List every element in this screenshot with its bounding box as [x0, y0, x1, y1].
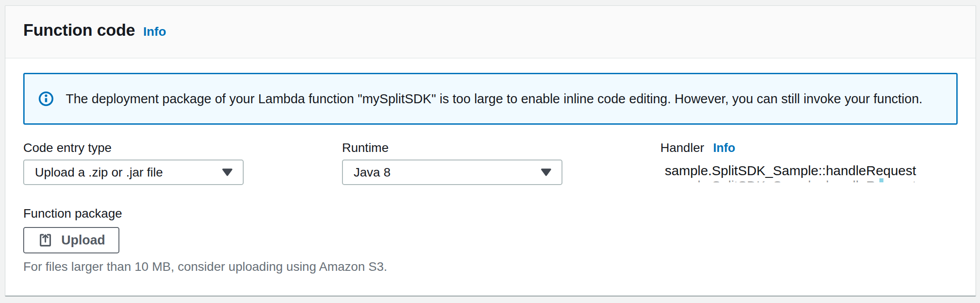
- info-alert: The deployment package of your Lambda fu…: [23, 73, 958, 125]
- caret-down-icon: [541, 168, 552, 177]
- upload-helper-text: For files larger than 10 MB, consider up…: [23, 260, 958, 274]
- caret-down-icon: [222, 168, 233, 177]
- runtime-label: Runtime: [342, 139, 660, 157]
- handler-value-clipped-ghost: sample.SplitSDK_Sample::handleRequest: [660, 178, 929, 182]
- alert-message: The deployment package of your Lambda fu…: [66, 92, 922, 106]
- handler-label: Handler: [660, 139, 704, 157]
- code-entry-type-select[interactable]: Upload a .zip or .jar file: [23, 160, 244, 185]
- runtime-field: Runtime Java 8: [342, 139, 660, 185]
- code-entry-type-field: Code entry type Upload a .zip or .jar fi…: [23, 139, 342, 185]
- function-code-panel: Function code Info The deployment packag…: [5, 5, 976, 296]
- function-package-section: Function package Upload For files larger…: [23, 205, 958, 274]
- function-package-label: Function package: [23, 205, 958, 223]
- panel-body: The deployment package of your Lambda fu…: [5, 59, 976, 274]
- title-info-link[interactable]: Info: [143, 25, 166, 39]
- upload-icon: [38, 232, 53, 248]
- runtime-value: Java 8: [354, 165, 391, 180]
- handler-label-row: Handler Info: [660, 139, 958, 157]
- handler-field: Handler Info sample.SplitSDK_Sample::han…: [660, 139, 958, 185]
- upload-button-label: Upload: [61, 233, 105, 248]
- text-cursor-artifact: [879, 178, 883, 182]
- handler-info-link[interactable]: Info: [713, 141, 735, 155]
- runtime-select[interactable]: Java 8: [342, 160, 562, 185]
- code-settings-row: Code entry type Upload a .zip or .jar fi…: [23, 139, 958, 185]
- code-entry-type-value: Upload a .zip or .jar file: [35, 165, 163, 180]
- panel-header: Function code Info: [5, 6, 976, 59]
- info-icon: [38, 91, 54, 107]
- page-title: Function code: [23, 21, 135, 40]
- upload-button[interactable]: Upload: [23, 227, 119, 253]
- handler-value: sample.SplitSDK_Sample::handleRequest: [660, 163, 929, 178]
- code-entry-type-label: Code entry type: [23, 139, 342, 157]
